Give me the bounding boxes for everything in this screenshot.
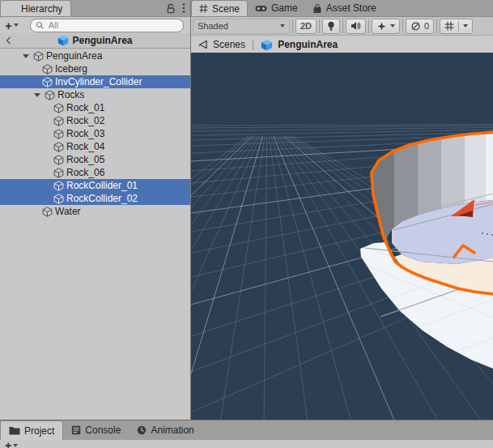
asset-store-tab-label: Asset Store [326, 2, 376, 14]
hidden-count: 0 [424, 21, 429, 31]
kebab-menu-icon[interactable] [182, 2, 185, 14]
hierarchy-panel: Hierarchy + [0, 0, 191, 420]
back-arrow-icon[interactable] [198, 40, 208, 49]
chevron-down-icon [390, 24, 395, 28]
gameobject-cube-icon [53, 181, 64, 191]
hierarchy-tree: PenguinArea Iceberg InvCylinder_Collider… [0, 49, 190, 218]
unity-editor-window: Hierarchy + [0, 0, 493, 448]
lightbulb-icon [327, 21, 335, 32]
tree-item-label: InvCylinder_Collider [55, 76, 142, 87]
scene-tab-bar: Scene Game Asset Store [191, 0, 493, 17]
expander-triangle-icon[interactable] [22, 54, 30, 58]
chevron-down-icon [280, 24, 285, 28]
tab-hierarchy[interactable]: Hierarchy [0, 0, 71, 16]
tab-project[interactable]: Project [0, 420, 63, 440]
scene-panel: Scene Game Asset Store Shaded [191, 0, 493, 420]
clock-icon [137, 425, 147, 435]
breadcrumb-current[interactable]: PenguinArea [278, 39, 338, 50]
prefab-root-name: PenguinArea [72, 35, 132, 46]
tree-item-label: PenguinArea [46, 50, 102, 62]
breadcrumb-scenes[interactable]: Scenes [213, 39, 245, 50]
tree-item-label: Rock_03 [66, 128, 104, 139]
hierarchy-search-field[interactable] [30, 19, 184, 32]
tree-item-iceberg[interactable]: Iceberg [0, 62, 190, 75]
project-tab-label: Project [24, 425, 54, 437]
scene-tab-label: Scene [212, 3, 240, 15]
console-icon [71, 425, 81, 435]
chevron-down-icon [14, 23, 19, 27]
prefab-mode-header: PenguinArea [0, 33, 190, 49]
tree-item-label: Rock_01 [66, 102, 104, 113]
tree-item-label: Rock_04 [66, 141, 104, 152]
scene-grid-gizmo-dropdown[interactable] [440, 19, 473, 34]
hidden-eye-icon [410, 21, 421, 32]
tree-item-rock-03[interactable]: Rock_03 [0, 127, 190, 140]
tab-game[interactable]: Game [248, 0, 305, 16]
tree-item-invcylinder-collider[interactable]: InvCylinder_Collider [0, 75, 190, 88]
tree-item-label: Iceberg [55, 63, 87, 75]
game-tab-label: Game [271, 2, 298, 14]
console-tab-label: Console [85, 425, 121, 436]
gameobject-cube-icon [42, 207, 53, 217]
tab-scene[interactable]: Scene [191, 0, 248, 16]
scene-audio-button[interactable] [346, 19, 366, 34]
create-object-button[interactable]: + [3, 19, 20, 32]
gameobject-cube-icon [42, 64, 53, 75]
tab-animation[interactable]: Animation [129, 420, 202, 440]
gameobject-cube-icon [53, 103, 64, 113]
gameobject-cube-icon [53, 194, 64, 204]
hierarchy-toolbar: + [0, 17, 190, 33]
scene-grid-icon [199, 4, 208, 13]
speaker-icon [351, 21, 361, 31]
tree-item-rockcollider-02[interactable]: RockCollider_02 [0, 192, 190, 205]
gameobject-cube-icon [53, 168, 64, 178]
tree-item-rock-01[interactable]: Rock_01 [0, 101, 190, 114]
scene-lighting-button[interactable] [322, 19, 340, 34]
toggle-2d-button[interactable]: 2D [295, 19, 317, 34]
prefab-cube-icon [261, 39, 273, 51]
shading-mode-label: Shaded [198, 21, 228, 31]
search-input[interactable] [47, 19, 178, 31]
tree-item-rock-05[interactable]: Rock_05 [0, 153, 190, 166]
gameobject-cube-icon [53, 142, 64, 152]
gameobject-cube-icon [53, 155, 64, 165]
unlock-icon[interactable] [166, 3, 176, 14]
tree-item-rocks[interactable]: Rocks [0, 88, 190, 101]
expander-triangle-icon[interactable] [33, 93, 41, 97]
prefab-cube-icon [57, 35, 69, 46]
tree-item-rock-06[interactable]: Rock_06 [0, 166, 190, 179]
project-panel-toolbar: + [0, 440, 493, 448]
bottom-tab-bar: Project Console Animation [0, 420, 493, 440]
project-create-button[interactable]: + [3, 440, 19, 448]
scene-viewport[interactable] [191, 53, 493, 420]
tree-item-water[interactable]: Water [0, 205, 190, 218]
tree-item-label: Rock_05 [66, 154, 104, 165]
tree-item-label: RockCollider_01 [66, 180, 138, 191]
search-icon [36, 21, 45, 30]
chevron-down-icon [463, 24, 468, 28]
tab-asset-store[interactable]: Asset Store [305, 0, 384, 16]
animation-tab-label: Animation [151, 425, 193, 436]
tree-item-label: RockCollider_02 [66, 193, 138, 204]
scene-visibility-toggle[interactable]: 0 [406, 19, 434, 34]
hierarchy-tab-label: Hierarchy [21, 3, 62, 15]
tree-item-label: Rock_06 [66, 167, 104, 178]
tab-console[interactable]: Console [63, 420, 129, 440]
breadcrumb-separator: | [250, 39, 256, 50]
tree-item-penguinarea[interactable]: PenguinArea [0, 49, 190, 62]
shading-mode-dropdown[interactable]: Shaded [193, 19, 290, 34]
tree-item-label: Rock_02 [66, 115, 104, 126]
hierarchy-tab-bar: Hierarchy [0, 0, 190, 17]
tree-item-rock-04[interactable]: Rock_04 [0, 140, 190, 153]
tree-item-rock-02[interactable]: Rock_02 [0, 114, 190, 127]
scene-effects-dropdown[interactable] [372, 19, 400, 34]
scene-breadcrumb-bar: Scenes | PenguinArea [191, 36, 493, 54]
tree-item-rockcollider-01[interactable]: RockCollider_01 [0, 179, 190, 192]
gameobject-cube-icon [33, 51, 44, 62]
gamepad-icon [255, 5, 267, 12]
plus-icon: + [5, 19, 12, 32]
gameobject-cube-icon [53, 116, 64, 126]
sparkle-star-icon [376, 21, 387, 32]
list-icon [9, 6, 17, 11]
chevron-down-icon [13, 444, 18, 447]
